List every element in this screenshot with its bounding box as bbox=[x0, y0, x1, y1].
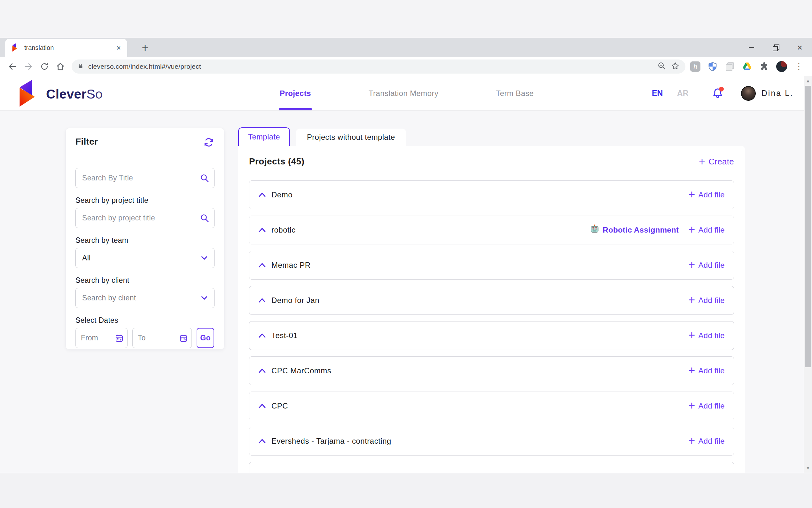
chevron-up-icon[interactable] bbox=[258, 438, 266, 444]
chevron-up-icon[interactable] bbox=[258, 192, 266, 198]
project-row[interactable]: Memac PR + Add file bbox=[249, 251, 734, 280]
add-file-label: Add file bbox=[699, 190, 725, 199]
user-name[interactable]: Dina L. bbox=[762, 89, 794, 98]
project-row[interactable]: Test-01 + Add file bbox=[249, 321, 734, 350]
project-name: Test Template bbox=[272, 472, 321, 473]
home-button[interactable] bbox=[54, 60, 67, 73]
search-by-project-title-input[interactable] bbox=[76, 208, 214, 228]
minimize-icon bbox=[749, 47, 754, 48]
add-file-button[interactable]: + Add file bbox=[688, 436, 725, 447]
client-label: Search by client bbox=[76, 276, 214, 285]
browser-menu-icon[interactable]: ⋮ bbox=[792, 60, 806, 73]
new-tab-button[interactable]: + bbox=[138, 41, 152, 55]
project-name: CPC bbox=[272, 401, 288, 411]
projects-heading: Projects (45) bbox=[249, 157, 304, 167]
project-row[interactable]: Demo + Add file bbox=[249, 180, 734, 209]
browser-tab[interactable]: translation × bbox=[5, 39, 127, 57]
add-file-button[interactable]: + Add file bbox=[688, 331, 725, 341]
lang-toggle-ar[interactable]: AR bbox=[677, 89, 688, 98]
team-label: Search by team bbox=[76, 236, 214, 245]
create-project-button[interactable]: + Create bbox=[699, 156, 734, 167]
add-file-button[interactable]: + Add file bbox=[688, 471, 725, 473]
cleverso-logo[interactable]: CleverSo bbox=[17, 79, 103, 109]
team-select[interactable]: All bbox=[76, 248, 214, 268]
add-file-button[interactable]: + Add file bbox=[688, 366, 725, 376]
add-file-button[interactable]: + Add file bbox=[688, 190, 725, 200]
scroll-up-arrow-icon[interactable]: ▲ bbox=[804, 79, 812, 83]
forward-button[interactable] bbox=[22, 60, 35, 73]
nav-item-translation-memory[interactable]: Translation Memory bbox=[369, 76, 438, 110]
add-file-button[interactable]: + Add file bbox=[688, 401, 725, 411]
plus-icon: + bbox=[688, 189, 695, 200]
main-nav: Projects Translation Memory Term Base bbox=[280, 76, 534, 110]
google-drive-icon[interactable] bbox=[740, 60, 755, 73]
add-file-button[interactable]: + Add file bbox=[688, 260, 725, 271]
search-by-title-input[interactable] bbox=[76, 168, 214, 188]
page-body: Filter Search by project title bbox=[0, 110, 804, 473]
address-bar[interactable]: cleverso.com/index.html#/vue/project bbox=[71, 59, 685, 74]
add-file-button[interactable]: + Add file bbox=[688, 295, 725, 306]
zoom-out-icon[interactable] bbox=[657, 61, 666, 72]
plus-icon: + bbox=[688, 365, 695, 376]
honey-extension-icon[interactable]: h bbox=[688, 60, 703, 73]
tab-groups-extension-icon[interactable] bbox=[722, 60, 737, 73]
create-label: Create bbox=[708, 157, 734, 167]
add-file-button[interactable]: + Add file bbox=[688, 225, 725, 236]
lang-toggle-en[interactable]: EN bbox=[652, 89, 663, 98]
project-row[interactable]: robotic Robotic Assignment bbox=[249, 216, 734, 244]
back-button[interactable] bbox=[6, 60, 19, 73]
tab-projects-without-template[interactable]: Projects without template bbox=[296, 129, 406, 146]
brand-text: CleverSo bbox=[46, 87, 103, 102]
project-row[interactable]: Eversheds - Tarjama - contracting + Add … bbox=[249, 427, 734, 456]
notification-badge bbox=[719, 87, 724, 91]
project-name: Test-01 bbox=[272, 331, 298, 340]
refresh-filters-icon[interactable] bbox=[203, 137, 214, 150]
scrollbar-thumb[interactable] bbox=[805, 86, 811, 367]
user-avatar[interactable] bbox=[741, 86, 756, 101]
plus-icon: + bbox=[688, 259, 695, 271]
shield-extension-icon[interactable] bbox=[705, 60, 720, 73]
search-icon bbox=[200, 173, 209, 183]
client-select[interactable]: Search by client bbox=[76, 288, 214, 308]
nav-item-term-base[interactable]: Term Base bbox=[496, 76, 533, 110]
select-dates-label: Select Dates bbox=[76, 316, 214, 325]
assignment-label: Robotic Assignment bbox=[603, 225, 679, 235]
project-row[interactable]: Demo for Jan + Add file bbox=[249, 286, 734, 315]
header-right: EN AR Dina L. bbox=[652, 76, 794, 110]
go-button[interactable]: Go bbox=[197, 328, 214, 348]
desktop-below-window bbox=[0, 473, 812, 508]
bookmark-star-icon[interactable] bbox=[671, 61, 680, 72]
window-restore-button[interactable] bbox=[763, 38, 788, 57]
robotic-assignment-link[interactable]: Robotic Assignment bbox=[590, 224, 679, 236]
browser-profile-avatar[interactable] bbox=[774, 60, 789, 73]
chevron-up-icon[interactable] bbox=[258, 368, 266, 374]
chevron-up-icon[interactable] bbox=[258, 262, 266, 268]
nav-item-projects[interactable]: Projects bbox=[280, 76, 311, 110]
window-minimize-button[interactable] bbox=[739, 38, 763, 57]
browser-frame-top bbox=[0, 0, 812, 38]
tab-close-icon[interactable]: × bbox=[116, 43, 121, 52]
chevron-up-icon[interactable] bbox=[258, 297, 266, 303]
tab-template[interactable]: Template bbox=[238, 127, 290, 146]
project-row[interactable]: CPC + Add file bbox=[249, 391, 734, 420]
add-file-label: Add file bbox=[699, 437, 725, 446]
project-row[interactable]: Test Template + Add file bbox=[249, 462, 734, 473]
search-icon bbox=[200, 213, 209, 223]
chevron-up-icon[interactable] bbox=[258, 333, 266, 338]
page-scrollbar[interactable]: ▲ ▼ bbox=[804, 76, 812, 473]
chevron-up-icon[interactable] bbox=[258, 227, 266, 233]
robot-icon bbox=[590, 224, 600, 236]
restore-icon bbox=[773, 45, 778, 50]
window-close-button[interactable]: × bbox=[788, 38, 812, 57]
extensions-puzzle-icon[interactable] bbox=[757, 60, 772, 73]
add-file-label: Add file bbox=[699, 225, 725, 235]
chevron-up-icon[interactable] bbox=[258, 403, 266, 409]
notifications-bell-icon[interactable] bbox=[712, 87, 724, 100]
project-row[interactable]: CPC MarComms + Add file bbox=[249, 356, 734, 385]
add-file-label: Add file bbox=[699, 366, 725, 375]
scroll-down-arrow-icon[interactable]: ▼ bbox=[804, 466, 812, 470]
reload-button[interactable] bbox=[38, 60, 51, 73]
project-name: Demo for Jan bbox=[272, 296, 319, 305]
projects-panel: Projects (45) + Create Demo + Add file bbox=[238, 146, 745, 473]
plus-icon: + bbox=[688, 470, 695, 473]
